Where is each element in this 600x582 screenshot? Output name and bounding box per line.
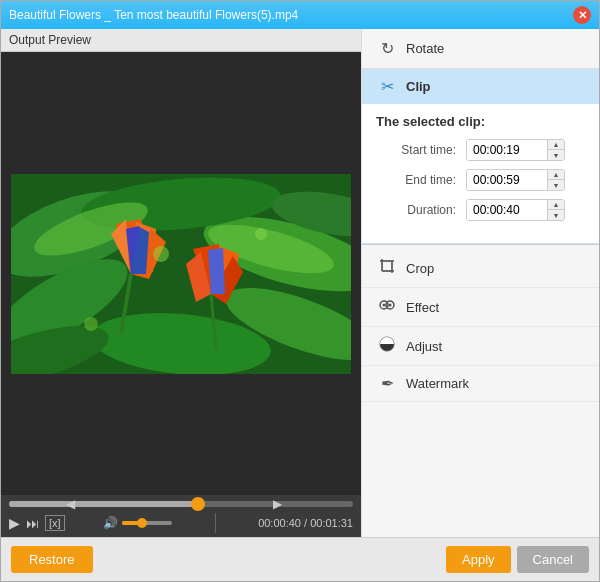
right-buttons: Apply Cancel xyxy=(446,546,589,573)
svg-point-26 xyxy=(84,317,98,331)
right-panel: ↻ Rotate ✂ Clip The selected clip: Start… xyxy=(361,29,599,537)
end-time-spinners: ▲ ▼ xyxy=(547,170,564,190)
output-preview-label: Output Preview xyxy=(9,33,91,47)
rotate-tool[interactable]: ↻ Rotate xyxy=(362,29,599,69)
controls-bar: ◀ ▶ ▶ ⏭ [x] 🔊 xyxy=(1,495,361,537)
clip-details: The selected clip: Start time: ▲ ▼ xyxy=(362,104,599,244)
clip-section: ✂ Clip The selected clip: Start time: ▲ … xyxy=(362,69,599,245)
end-time-field: End time: ▲ ▼ xyxy=(376,169,585,191)
trim-left-handle[interactable]: ◀ xyxy=(66,497,75,511)
svg-point-25 xyxy=(255,228,267,240)
playback-controls: ▶ ⏭ [x] 🔊 00:00:40 / xyxy=(9,513,353,533)
left-panel: Output Preview xyxy=(1,29,361,537)
end-time-down[interactable]: ▼ xyxy=(548,180,564,190)
rotate-icon: ↻ xyxy=(376,39,398,58)
trim-right-handle[interactable]: ▶ xyxy=(273,497,282,511)
crop-tool[interactable]: Crop xyxy=(362,249,599,288)
start-time-down[interactable]: ▼ xyxy=(548,150,564,160)
svg-point-35 xyxy=(389,304,392,307)
lower-tools: Crop Effect xyxy=(362,245,599,402)
effect-icon xyxy=(376,296,398,318)
start-time-field: Start time: ▲ ▼ xyxy=(376,139,585,161)
time-current: 00:00:40 xyxy=(258,517,301,529)
divider xyxy=(215,513,216,533)
adjust-label: Adjust xyxy=(406,339,442,354)
cancel-button[interactable]: Cancel xyxy=(517,546,589,573)
svg-point-24 xyxy=(153,246,169,262)
clip-icon: ✂ xyxy=(376,77,398,96)
volume-control: 🔊 xyxy=(103,516,172,530)
duration-down[interactable]: ▼ xyxy=(548,210,564,220)
clip-mode-button[interactable]: [x] xyxy=(45,515,65,531)
play-button[interactable]: ▶ xyxy=(9,515,20,531)
end-time-input[interactable] xyxy=(467,170,547,190)
svg-point-34 xyxy=(383,304,386,307)
clip-header[interactable]: ✂ Clip xyxy=(362,69,599,104)
duration-label: Duration: xyxy=(376,203,456,217)
playback-buttons: ▶ ⏭ [x] xyxy=(9,515,65,531)
duration-input-wrap: ▲ ▼ xyxy=(466,199,565,221)
start-time-label: Start time: xyxy=(376,143,456,157)
progress-thumb[interactable] xyxy=(191,497,205,511)
duration-field: Duration: ▲ ▼ xyxy=(376,199,585,221)
end-time-input-wrap: ▲ ▼ xyxy=(466,169,565,191)
duration-spinners: ▲ ▼ xyxy=(547,200,564,220)
video-area xyxy=(1,52,361,495)
end-time-up[interactable]: ▲ xyxy=(548,170,564,180)
step-forward-button[interactable]: ⏭ xyxy=(26,516,39,531)
start-time-input-wrap: ▲ ▼ xyxy=(466,139,565,161)
clip-title: The selected clip: xyxy=(376,114,585,129)
crop-label: Crop xyxy=(406,261,434,276)
start-time-spinners: ▲ ▼ xyxy=(547,140,564,160)
video-svg xyxy=(11,174,351,374)
close-button[interactable]: ✕ xyxy=(573,6,591,24)
time-display: 00:00:40 / 00:01:31 xyxy=(258,517,353,529)
clip-label: Clip xyxy=(406,79,431,94)
end-time-label: End time: xyxy=(376,173,456,187)
svg-marker-20 xyxy=(208,248,225,294)
watermark-tool[interactable]: ✒ Watermark xyxy=(362,366,599,402)
main-content: Output Preview xyxy=(1,29,599,537)
svg-rect-31 xyxy=(382,261,392,271)
output-preview-bar: Output Preview xyxy=(1,29,361,52)
main-window: Beautiful Flowers _ Ten most beautiful F… xyxy=(0,0,600,582)
adjust-tool[interactable]: Adjust xyxy=(362,327,599,366)
volume-thumb[interactable] xyxy=(137,518,147,528)
window-title: Beautiful Flowers _ Ten most beautiful F… xyxy=(9,8,298,22)
effect-label: Effect xyxy=(406,300,439,315)
restore-button[interactable]: Restore xyxy=(11,546,93,573)
duration-input[interactable] xyxy=(467,200,547,220)
seek-bar[interactable]: ◀ ▶ xyxy=(9,501,353,507)
watermark-label: Watermark xyxy=(406,376,469,391)
rotate-label: Rotate xyxy=(406,41,444,56)
time-total: 00:01:31 xyxy=(310,517,353,529)
watermark-icon: ✒ xyxy=(376,374,398,393)
start-time-input[interactable] xyxy=(467,140,547,160)
video-thumbnail xyxy=(11,174,351,374)
volume-slider[interactable] xyxy=(122,521,172,525)
bottom-bar: Restore Apply Cancel xyxy=(1,537,599,581)
duration-up[interactable]: ▲ xyxy=(548,200,564,210)
progress-filled xyxy=(9,501,198,507)
effect-tool[interactable]: Effect xyxy=(362,288,599,327)
start-time-up[interactable]: ▲ xyxy=(548,140,564,150)
titlebar: Beautiful Flowers _ Ten most beautiful F… xyxy=(1,1,599,29)
adjust-icon xyxy=(376,335,398,357)
apply-button[interactable]: Apply xyxy=(446,546,511,573)
volume-icon[interactable]: 🔊 xyxy=(103,516,118,530)
crop-icon xyxy=(376,257,398,279)
right-top: ↻ Rotate ✂ Clip The selected clip: Start… xyxy=(362,29,599,537)
